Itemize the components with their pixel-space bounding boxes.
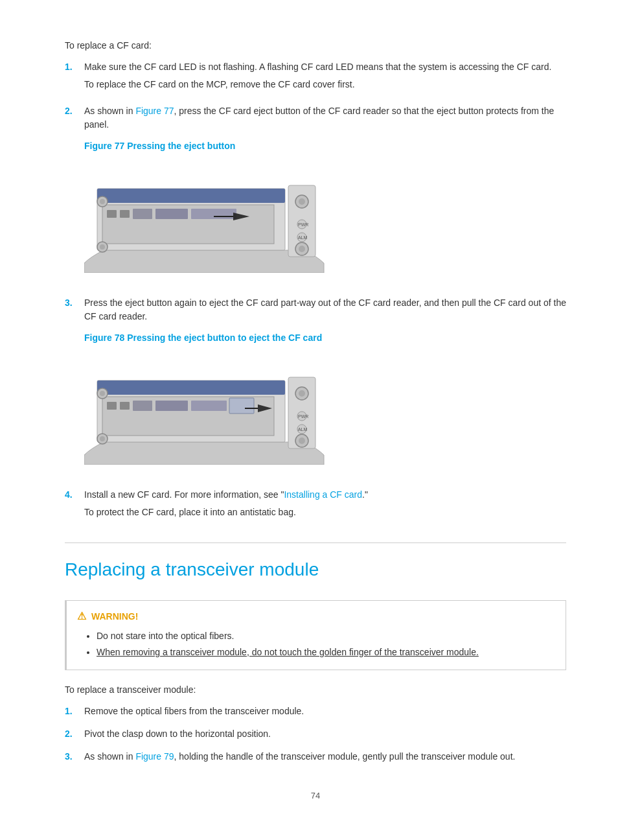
page-number: 74 bbox=[311, 791, 320, 800]
svg-point-36 bbox=[299, 390, 305, 397]
transceiver-step-1-number: 1. bbox=[65, 705, 84, 718]
step-3-content: Press the eject button again to eject th… bbox=[84, 296, 566, 479]
step-4-text-prefix: Install a new CF card. For more informat… bbox=[84, 489, 284, 500]
figure-79-link[interactable]: Figure 79 bbox=[135, 751, 174, 762]
step-1-number: 1. bbox=[65, 60, 84, 95]
svg-rect-7 bbox=[191, 209, 236, 219]
svg-rect-24 bbox=[97, 380, 285, 395]
svg-text:ALM: ALM bbox=[298, 235, 308, 240]
svg-rect-29 bbox=[155, 401, 188, 411]
step-4-content: Install a new CF card. For more informat… bbox=[84, 488, 566, 523]
svg-point-46 bbox=[100, 436, 105, 441]
step-2: 2. As shown in Figure 77, press the CF c… bbox=[65, 104, 566, 287]
step-1-content: Make sure the CF card LED is not flashin… bbox=[84, 60, 566, 95]
svg-rect-30 bbox=[191, 401, 227, 411]
svg-rect-31 bbox=[229, 398, 254, 414]
warning-box: ⚠ WARNING! Do not stare into the optical… bbox=[65, 600, 566, 670]
warning-header: ⚠ WARNING! bbox=[77, 609, 555, 624]
step-3: 3. Press the eject button again to eject… bbox=[65, 296, 566, 479]
svg-point-22 bbox=[100, 244, 105, 250]
warning-item-2: When removing a transceiver module, do n… bbox=[97, 646, 555, 659]
transceiver-step-3-suffix: , holding the handle of the transceiver … bbox=[174, 751, 516, 762]
transceiver-step-2-number: 2. bbox=[65, 727, 84, 741]
step-1: 1. Make sure the CF card LED is not flas… bbox=[65, 60, 566, 95]
svg-point-12 bbox=[299, 198, 305, 205]
svg-point-42 bbox=[299, 438, 305, 444]
svg-text:PWR: PWR bbox=[298, 414, 308, 419]
page-footer: 74 bbox=[65, 789, 566, 802]
svg-point-20 bbox=[100, 199, 105, 204]
svg-rect-3 bbox=[107, 210, 117, 218]
warning-label: WARNING! bbox=[91, 610, 138, 624]
figure-77-caption: Figure 77 Pressing the eject button bbox=[84, 139, 566, 153]
intro-text: To replace a CF card: bbox=[65, 39, 566, 52]
svg-point-18 bbox=[299, 246, 305, 252]
svg-rect-27 bbox=[120, 402, 130, 410]
svg-rect-6 bbox=[155, 209, 188, 219]
transceiver-step-3-content: As shown in Figure 79, holding the handl… bbox=[84, 750, 566, 764]
step-4-number: 4. bbox=[65, 488, 84, 523]
transceiver-step-2-text: Pivot the clasp down to the horizontal p… bbox=[84, 729, 271, 739]
warning-item-2-text: When removing a transceiver module, do n… bbox=[97, 647, 479, 657]
figure-77-image: PWR ALM bbox=[84, 159, 566, 277]
step-4-sub: To protect the CF card, place it into an… bbox=[84, 506, 566, 519]
svg-point-44 bbox=[100, 391, 105, 396]
warning-item-1: Do not stare into the optical fibers. bbox=[97, 629, 555, 643]
section-heading: Replacing a transceiver module bbox=[65, 542, 566, 587]
svg-text:ALM: ALM bbox=[298, 427, 308, 432]
svg-rect-26 bbox=[107, 402, 117, 410]
step-3-number: 3. bbox=[65, 296, 84, 479]
step-3-text: Press the eject button again to eject th… bbox=[84, 298, 566, 321]
figure-77-link[interactable]: Figure 77 bbox=[135, 106, 174, 116]
transceiver-step-3-number: 3. bbox=[65, 750, 84, 764]
step-4-text-suffix: ." bbox=[362, 489, 368, 500]
transceiver-intro: To replace a transceiver module: bbox=[65, 683, 566, 697]
figure-78-caption: Figure 78 Pressing the eject button to e… bbox=[84, 331, 566, 345]
step-4: 4. Install a new CF card. For more infor… bbox=[65, 488, 566, 523]
svg-rect-28 bbox=[133, 401, 152, 411]
warning-list: Do not stare into the optical fibers. Wh… bbox=[97, 629, 555, 659]
svg-rect-5 bbox=[133, 209, 152, 219]
step-2-number: 2. bbox=[65, 104, 84, 287]
step-1-sub: To replace the CF card on the MCP, remov… bbox=[84, 78, 566, 91]
svg-rect-1 bbox=[97, 189, 285, 203]
transceiver-step-2: 2. Pivot the clasp down to the horizonta… bbox=[65, 727, 566, 741]
transceiver-step-2-content: Pivot the clasp down to the horizontal p… bbox=[84, 727, 566, 741]
warning-icon: ⚠ bbox=[77, 609, 86, 624]
step-2-content: As shown in Figure 77, press the CF card… bbox=[84, 104, 566, 287]
svg-text:PWR: PWR bbox=[298, 222, 308, 227]
step-2-text-prefix: As shown in bbox=[84, 106, 135, 116]
installing-cf-card-link[interactable]: Installing a CF card bbox=[284, 489, 362, 500]
transceiver-step-1-content: Remove the optical fibers from the trans… bbox=[84, 705, 566, 718]
svg-rect-4 bbox=[120, 210, 130, 218]
step-1-text: Make sure the CF card LED is not flashin… bbox=[84, 62, 551, 72]
transceiver-step-3: 3. As shown in Figure 79, holding the ha… bbox=[65, 750, 566, 764]
transceiver-step-3-prefix: As shown in bbox=[84, 751, 135, 762]
transceiver-step-1-text: Remove the optical fibers from the trans… bbox=[84, 706, 304, 716]
transceiver-step-1: 1. Remove the optical fibers from the tr… bbox=[65, 705, 566, 718]
figure-78-image: PWR ALM bbox=[84, 351, 566, 469]
